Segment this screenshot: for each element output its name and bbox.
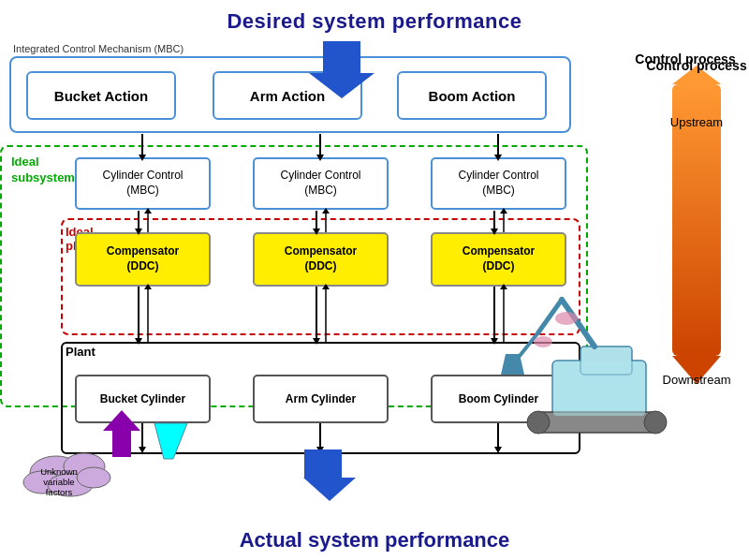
svg-text:factors: factors	[46, 487, 73, 497]
cylinder-control-2: Cylinder Control (MBC)	[253, 157, 389, 210]
blue-box: Bucket Action Arm Action Boom Action	[9, 56, 571, 133]
bucket-action-box: Bucket Action	[26, 71, 176, 120]
svg-marker-39	[672, 356, 721, 384]
bucket-cylinder: Bucket Cylinder	[75, 375, 211, 423]
bottom-title: Actual system performance	[0, 528, 749, 553]
svg-marker-37	[303, 449, 356, 501]
boom-cylinder: Boom Cylinder	[431, 375, 566, 423]
svg-rect-38	[672, 84, 721, 356]
boom-action-box: Boom Action	[397, 71, 547, 120]
compensator-2: Compensator (DDC)	[253, 232, 389, 287]
plant-label: Plant	[66, 345, 95, 359]
svg-text:Unknown: Unknown	[40, 466, 78, 477]
main-title: Desired system performance	[0, 0, 749, 34]
svg-rect-55	[580, 346, 632, 375]
compensator-3: Compensator (DDC)	[431, 232, 566, 287]
svg-point-48	[48, 474, 93, 496]
svg-point-47	[23, 471, 61, 494]
arm-action-box: Arm Action	[213, 71, 362, 120]
svg-point-49	[77, 467, 110, 488]
control-process: Control process	[629, 52, 742, 70]
arm-cylinder: Arm Cylinder	[253, 375, 389, 423]
control-process-title: Control process	[629, 52, 742, 66]
compensator-1: Compensator (DDC)	[75, 232, 211, 287]
svg-point-45	[30, 456, 82, 490]
ideal-subsystem-label: Idealsubsystem	[11, 155, 75, 186]
svg-point-46	[64, 453, 105, 479]
svg-text:variable: variable	[43, 477, 74, 487]
svg-text:Upstream: Upstream	[670, 115, 723, 129]
cylinder-control-3: Cylinder Control (MBC)	[431, 157, 566, 210]
svg-point-58	[644, 411, 667, 434]
icm-label: Integrated Control Mechanism (MBC)	[13, 43, 184, 54]
svg-text:Downstream: Downstream	[663, 373, 731, 387]
cylinder-control-1: Cylinder Control (MBC)	[75, 157, 211, 210]
